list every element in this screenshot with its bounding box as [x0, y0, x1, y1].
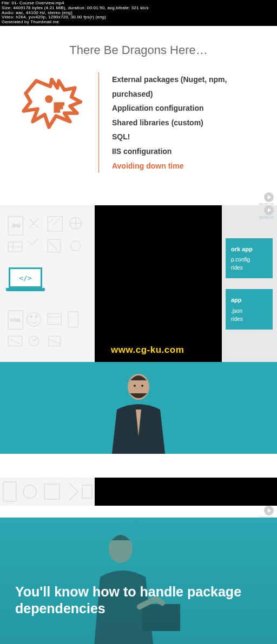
laptop-screen-code: </> [9, 267, 42, 288]
slide-presenter [0, 362, 277, 454]
svg-point-11 [30, 316, 32, 318]
meta-generated: Generated by Thumbnail me [2, 20, 275, 25]
bullet-item-highlight: Avoiding down time [112, 159, 262, 173]
presenter-figure [79, 366, 198, 454]
dragon-icon [15, 72, 85, 143]
slide-dragons: There Be Dragons Here… External packages… [0, 26, 277, 192]
slide-title: There Be Dragons Here… [15, 43, 262, 57]
timestamp-badge-wrap: 00:00:22 [0, 192, 277, 205]
play-icon [264, 192, 274, 202]
svg-text:JPG: JPG [12, 224, 21, 229]
svg-point-12 [35, 316, 37, 318]
svg-rect-24 [82, 485, 92, 498]
bullet-item: IIS configuration [112, 144, 262, 159]
slide-strip [0, 478, 277, 506]
watermark-text: www.cg-ku.com [111, 345, 184, 355]
icon-pattern-strip [0, 478, 95, 506]
white-divider [0, 454, 277, 478]
svg-point-22 [23, 485, 36, 498]
video-metadata: File: 01- Course Overview.mp4 Size: 4409… [0, 0, 277, 26]
vertical-divider [98, 72, 99, 173]
bullet-item: Shared libraries (custom) [112, 116, 262, 130]
svg-rect-15 [8, 336, 22, 346]
timestamp-badge-wrap: 00:01:06 [0, 506, 277, 518]
play-icon [264, 506, 274, 515]
slide-caption: You'll know how to handle package depend… [0, 518, 277, 644]
laptop-icon: </> [9, 267, 42, 292]
bullet-item: External packages (Nuget, npm, purchased… [112, 72, 262, 101]
svg-point-7 [71, 241, 81, 251]
video-overlay-black: www.cg-ku.com [95, 205, 222, 362]
svg-text:HTML: HTML [10, 318, 21, 323]
timestamp-badge: 00:00:44 [259, 205, 274, 361]
slide-config: JPG HTML </> www.cg-ku.com [0, 205, 277, 362]
svg-rect-17 [49, 336, 61, 346]
svg-rect-14 [68, 312, 78, 327]
timestamp: 00:00:44 [259, 216, 274, 219]
slide-caption-text: You'll know how to handle package depend… [15, 583, 262, 617]
svg-rect-23 [44, 484, 60, 499]
play-icon [264, 205, 274, 215]
svg-point-10 [27, 313, 41, 326]
svg-point-0 [47, 97, 51, 101]
bullet-item: Application configuration [112, 101, 262, 116]
svg-rect-13 [48, 314, 61, 325]
black-strip [95, 478, 277, 506]
svg-point-19 [134, 385, 136, 387]
bullet-list: External packages (Nuget, npm, purchased… [112, 72, 262, 173]
svg-point-20 [141, 385, 143, 387]
svg-rect-21 [3, 482, 16, 501]
bullet-item: SQL! [112, 130, 262, 144]
